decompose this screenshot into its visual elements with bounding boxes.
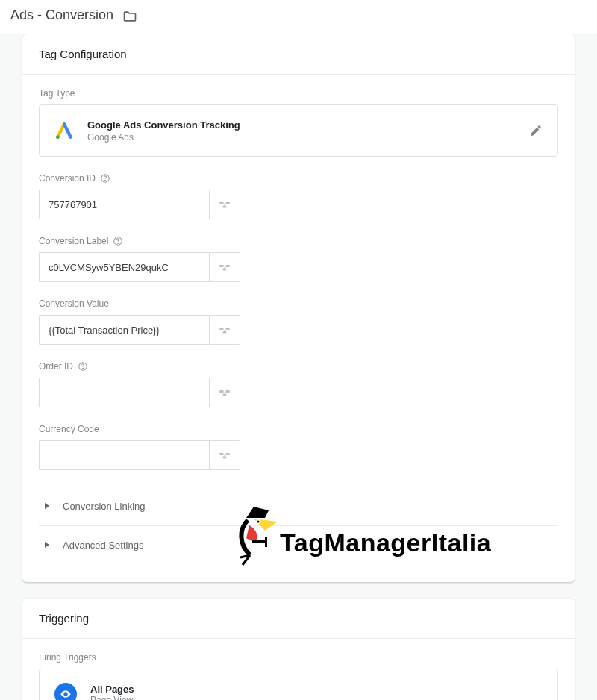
- conversion-value-field: Conversion Value: [39, 299, 558, 345]
- firing-triggers-label: Firing Triggers: [39, 652, 558, 663]
- insert-variable-button[interactable]: [209, 190, 240, 219]
- insert-variable-button[interactable]: [209, 378, 240, 407]
- conversion-id-input[interactable]: [39, 190, 209, 219]
- svg-point-0: [56, 135, 60, 139]
- triggering-card: Triggering Firing Triggers All Pages Pag…: [22, 599, 575, 700]
- chevron-right-icon: [43, 501, 51, 512]
- conversion-label-input[interactable]: [39, 252, 209, 282]
- svg-rect-12: [224, 267, 225, 269]
- svg-rect-15: [223, 331, 227, 334]
- help-icon[interactable]: [78, 361, 88, 372]
- svg-rect-19: [219, 390, 223, 393]
- svg-rect-22: [224, 393, 225, 394]
- svg-point-2: [105, 181, 106, 181]
- svg-rect-16: [224, 330, 225, 331]
- insert-variable-button[interactable]: [209, 252, 240, 282]
- conversion-id-field: Conversion ID: [39, 173, 558, 219]
- page-header: Ads - Conversion: [0, 0, 597, 39]
- tag-type-title: Google Ads Conversion Tracking: [87, 119, 240, 132]
- svg-rect-23: [219, 453, 223, 455]
- pageview-trigger-icon: [54, 683, 77, 700]
- triggering-header: Triggering: [22, 599, 575, 639]
- svg-rect-4: [226, 202, 230, 204]
- google-ads-icon: [54, 121, 74, 140]
- insert-variable-button[interactable]: [209, 315, 240, 345]
- conversion-label-field: Conversion Label: [39, 236, 558, 282]
- conversion-linking-label: Conversion Linking: [63, 501, 146, 512]
- currency-code-input[interactable]: [39, 440, 209, 470]
- conversion-label-label: Conversion Label: [39, 236, 108, 246]
- trigger-type: Page View: [90, 695, 134, 700]
- tag-configuration-header: Tag Configuration: [22, 34, 575, 75]
- help-icon[interactable]: [100, 173, 110, 184]
- svg-rect-24: [226, 453, 230, 455]
- svg-rect-3: [219, 202, 223, 204]
- svg-rect-21: [223, 394, 227, 396]
- svg-rect-14: [226, 328, 230, 330]
- trigger-name: All Pages: [90, 684, 134, 695]
- svg-point-32: [65, 693, 67, 696]
- edit-tag-type-icon[interactable]: [529, 124, 543, 137]
- tag-name-title[interactable]: Ads - Conversion: [10, 7, 113, 25]
- svg-rect-13: [219, 328, 223, 330]
- svg-rect-10: [226, 265, 230, 267]
- currency-code-field: Currency Code: [39, 424, 558, 470]
- advanced-settings-expander[interactable]: Advanced Settings: [39, 525, 558, 564]
- order-id-field: Order ID: [39, 361, 558, 407]
- svg-point-18: [83, 369, 84, 369]
- conversion-linking-expander[interactable]: Conversion Linking: [39, 487, 558, 525]
- conversion-value-input[interactable]: [39, 315, 209, 345]
- svg-rect-11: [223, 269, 227, 271]
- insert-variable-button[interactable]: [209, 440, 240, 470]
- tag-type-selector[interactable]: Google Ads Conversion Tracking Google Ad…: [39, 104, 558, 157]
- svg-rect-25: [223, 457, 227, 459]
- order-id-label: Order ID: [39, 361, 73, 372]
- tag-type-text: Google Ads Conversion Tracking Google Ad…: [87, 119, 240, 143]
- currency-code-label: Currency Code: [39, 424, 99, 434]
- advanced-settings-label: Advanced Settings: [63, 540, 143, 551]
- tag-type-label: Tag Type: [39, 88, 558, 99]
- svg-rect-6: [224, 204, 225, 206]
- order-id-input[interactable]: [39, 378, 209, 407]
- chevron-right-icon: [43, 540, 51, 551]
- tag-configuration-card: Tag Configuration Tag Type Google Ads Co…: [22, 34, 575, 582]
- svg-rect-9: [219, 265, 223, 267]
- tag-type-provider: Google Ads: [87, 132, 240, 143]
- workspace: Tag Configuration Tag Type Google Ads Co…: [0, 34, 597, 700]
- folder-icon[interactable]: [122, 9, 137, 24]
- svg-point-8: [118, 243, 119, 244]
- svg-rect-26: [224, 455, 225, 457]
- conversion-value-label: Conversion Value: [39, 299, 109, 309]
- svg-rect-20: [226, 390, 230, 393]
- trigger-row[interactable]: All Pages Page View: [39, 669, 558, 700]
- conversion-id-label: Conversion ID: [39, 173, 96, 184]
- help-icon[interactable]: [113, 236, 123, 246]
- svg-rect-5: [223, 206, 227, 208]
